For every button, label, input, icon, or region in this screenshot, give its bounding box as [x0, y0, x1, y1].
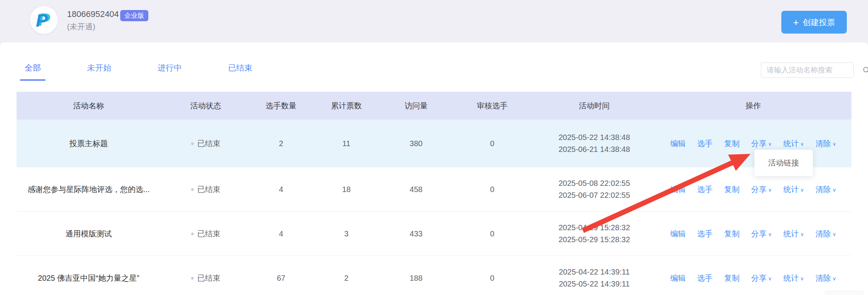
action-players-link[interactable]: 选手 — [697, 184, 713, 195]
plus-icon: + — [793, 17, 799, 27]
table-header: 活动名称 活动状态 选手数量 累计票数 访问量 审核选手 活动时间 操作 — [17, 92, 851, 120]
chevron-down-icon: ∨ — [768, 140, 772, 147]
table-row: 通用模版测试 已结束 4 3 433 0 2025-04-29 15:28:32… — [17, 212, 851, 256]
tab-all[interactable]: 全部 — [20, 62, 45, 81]
action-share-link[interactable]: 分享 ∨ — [751, 184, 772, 195]
create-vote-button[interactable]: + 创建投票 — [781, 11, 847, 34]
action-copy-link[interactable]: 复制 — [724, 184, 740, 195]
action-players-link[interactable]: 选手 — [697, 229, 713, 239]
activity-time: 2025-05-08 22:02:55 2025-06-07 22:02:55 — [534, 177, 655, 201]
chevron-down-icon: ∨ — [768, 230, 772, 237]
chevron-down-icon: ∨ — [768, 186, 772, 193]
activity-name: 通用模版测试 — [17, 229, 161, 239]
chevron-down-icon: ∨ — [800, 186, 804, 193]
visit-count: 433 — [381, 229, 451, 238]
activity-name: 投票主标题 — [17, 138, 161, 149]
row-actions: 编辑 选手 复制 分享 ∨ 统计 ∨ 清除 ∨ — [670, 184, 836, 195]
player-count: 4 — [251, 185, 311, 194]
status-tabs: 全部 未开始 进行中 已结束 — [20, 62, 257, 81]
tab-ended[interactable]: 已结束 — [223, 62, 257, 81]
activity-status: 已结束 — [161, 229, 251, 239]
action-stats-link[interactable]: 统计 ∨ — [783, 273, 804, 283]
status-label: 已结束 — [197, 229, 220, 239]
player-count: 4 — [251, 229, 311, 238]
action-clear-link[interactable]: 清除 ∨ — [816, 184, 836, 195]
action-clear-link[interactable]: 清除 ∨ — [816, 273, 836, 283]
row-actions-cell: 编辑 选手 复制 分享 ∨ 统计 ∨ 清除 ∨ — [655, 184, 851, 195]
tab-not-started[interactable]: 未开始 — [82, 62, 116, 81]
tab-in-progress[interactable]: 进行中 — [153, 62, 186, 81]
action-edit-link[interactable]: 编辑 — [670, 273, 686, 283]
action-clear-link[interactable]: 清除 ∨ — [816, 138, 836, 149]
time-start: 2025-04-29 15:28:32 — [559, 222, 630, 234]
plan-badge: 企业版 — [120, 10, 148, 21]
activity-status: 已结束 — [161, 138, 251, 149]
row-actions-cell: 编辑 选手 复制 分享 ∨ 统计 ∨ 清除 ∨ — [655, 229, 851, 239]
action-stats-link[interactable]: 统计 ∨ — [783, 184, 804, 195]
status-label: 已结束 — [197, 138, 220, 149]
column-header-status: 活动状态 — [161, 101, 251, 111]
status-dot-icon — [191, 277, 194, 280]
corner-widget — [825, 291, 864, 295]
column-header-name: 活动名称 — [17, 101, 161, 111]
activity-time: 2025-05-22 14:38:48 2025-06-21 14:38:48 — [534, 131, 655, 155]
search-icon[interactable] — [863, 66, 868, 74]
vote-count: 18 — [311, 185, 381, 194]
time-start: 2025-04-22 14:39:11 — [559, 266, 630, 278]
action-edit-link[interactable]: 编辑 — [670, 138, 686, 149]
column-header-actions: 操作 — [655, 101, 851, 111]
activity-name: 感谢您参与星际阵地评选，您的选... — [17, 184, 161, 195]
chevron-down-icon: ∨ — [833, 186, 836, 193]
vote-count: 11 — [311, 139, 381, 148]
row-actions: 编辑 选手 复制 分享 ∨ 统计 ∨ 清除 ∨ — [670, 138, 836, 149]
action-players-link[interactable]: 选手 — [697, 138, 713, 149]
chevron-down-icon: ∨ — [833, 275, 836, 282]
action-stats-link[interactable]: 统计 ∨ — [783, 229, 804, 239]
review-count: 0 — [451, 229, 534, 238]
player-count: 67 — [251, 274, 311, 283]
search-input[interactable] — [761, 66, 861, 74]
chevron-down-icon: ∨ — [833, 230, 836, 237]
action-stats-link[interactable]: 统计 ∨ — [783, 138, 804, 149]
chevron-down-icon: ∨ — [768, 275, 772, 282]
chevron-down-icon: ∨ — [833, 140, 836, 147]
activity-table: 活动名称 活动状态 选手数量 累计票数 访问量 审核选手 活动时间 操作 投票主… — [17, 92, 851, 295]
review-count: 0 — [451, 185, 534, 194]
chevron-down-icon: ∨ — [800, 230, 804, 237]
app-logo: P P — [30, 6, 58, 34]
action-share-link[interactable]: 分享 ∨ — [751, 229, 772, 239]
activity-search — [761, 62, 854, 78]
activity-time: 2025-04-22 14:39:11 2025-05-22 14:39:11 — [534, 266, 655, 290]
logo-letter: P — [36, 10, 48, 31]
action-share-link[interactable]: 分享 ∨ — [751, 273, 772, 283]
action-share-link[interactable]: 分享 ∨ — [751, 138, 772, 149]
share-dropdown-menu: 活动链接 — [754, 150, 813, 176]
column-header-review: 审核选手 — [451, 101, 534, 111]
time-start: 2025-05-08 22:02:55 — [559, 177, 630, 189]
column-header-votes: 累计票数 — [311, 101, 381, 111]
status-label: 已结束 — [197, 184, 220, 195]
action-copy-link[interactable]: 复制 — [724, 229, 740, 239]
action-edit-link[interactable]: 编辑 — [670, 184, 686, 195]
row-actions: 编辑 选手 复制 分享 ∨ 统计 ∨ 清除 ∨ — [670, 273, 836, 283]
visit-count: 458 — [381, 185, 451, 194]
create-vote-label: 创建投票 — [803, 17, 835, 28]
action-copy-link[interactable]: 复制 — [724, 138, 740, 149]
time-end: 2025-05-29 15:28:32 — [559, 234, 630, 246]
action-clear-link[interactable]: 清除 ∨ — [816, 229, 836, 239]
action-copy-link[interactable]: 复制 — [724, 273, 740, 283]
action-edit-link[interactable]: 编辑 — [670, 229, 686, 239]
activity-name: 2025 佛吉亚中国“她力量之星” — [17, 273, 161, 283]
table-row: 感谢您参与星际阵地评选，您的选... 已结束 4 18 458 0 2025-0… — [17, 167, 851, 212]
action-players-link[interactable]: 选手 — [697, 273, 713, 283]
content-card: 全部 未开始 进行中 已结束 活动名称 活动状态 选手数量 累计票数 访问量 审… — [0, 42, 868, 295]
chevron-down-icon: ∨ — [800, 140, 804, 147]
menu-item-activity-link[interactable]: 活动链接 — [768, 158, 799, 168]
vote-count: 3 — [311, 229, 381, 238]
visit-count: 380 — [381, 139, 451, 148]
table-body: 投票主标题 已结束 2 11 380 0 2025-05-22 14:38:48… — [17, 120, 851, 295]
visit-count: 188 — [381, 274, 451, 283]
top-bar: P P 18066952404 企业版 (未开通) + 创建投票 — [0, 0, 868, 42]
status-label: 已结束 — [197, 273, 220, 283]
vote-count: 2 — [311, 274, 381, 283]
